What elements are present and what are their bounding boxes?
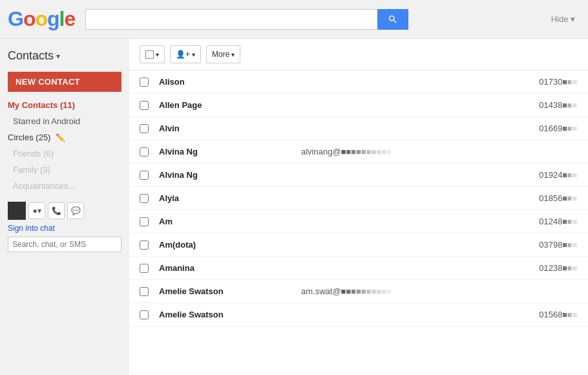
chat-message-button[interactable]: 💬: [67, 202, 84, 219]
add-contact-dropdown-icon: ▾: [192, 51, 195, 58]
chat-icons: ●▾ 📞 💬: [28, 202, 84, 219]
contact-phone: 01238■■■: [539, 263, 578, 273]
chat-search-input[interactable]: [8, 237, 121, 252]
contact-row: Alison01730■■■: [129, 70, 588, 94]
contacts-dropdown-icon: ▾: [56, 52, 60, 61]
sidebar-item-my-contacts[interactable]: My Contacts (11): [0, 97, 129, 113]
checkbox-icon: [145, 50, 154, 59]
contact-checkbox[interactable]: [140, 194, 149, 203]
contact-row: Am01248■■■: [129, 210, 588, 233]
contact-row: Alyia01856■■■: [129, 187, 588, 210]
chat-status-button[interactable]: ●▾: [28, 202, 45, 219]
contact-phone: 01730■■■: [539, 77, 578, 87]
contact-checkbox[interactable]: [140, 78, 149, 87]
sidebar-item-friends[interactable]: Friends (6): [0, 145, 129, 162]
contact-name: Am(dota): [159, 240, 301, 250]
header-user-hint: Hide ▾: [551, 14, 580, 24]
contact-name: Alyia: [159, 193, 301, 203]
contact-phone: 01248■■■: [539, 217, 578, 226]
checkbox-dropdown-icon: ▾: [156, 51, 159, 58]
contact-checkbox[interactable]: [140, 310, 149, 319]
phone-icon: 📞: [52, 206, 61, 215]
circles-edit-icon[interactable]: ✏️: [56, 133, 65, 142]
contact-row: Alvina Ng01924■■■: [129, 164, 588, 187]
contact-checkbox[interactable]: [140, 124, 149, 133]
sidebar-item-family[interactable]: Family (3): [0, 162, 129, 178]
contact-name: Amanina: [159, 263, 301, 273]
chat-avatar: [8, 202, 26, 220]
contact-name: Alvina Ng: [159, 147, 301, 156]
sidebar: Contacts ▾ NEW CONTACT My Contacts (11) …: [0, 39, 129, 375]
add-contact-button[interactable]: 👤+ ▾: [170, 45, 201, 63]
select-all-button[interactable]: ▾: [140, 45, 165, 63]
chat-status-icon: ●▾: [32, 206, 41, 215]
search-button[interactable]: [377, 9, 408, 30]
contact-name: Allen Page: [159, 100, 301, 110]
contact-name: Amelie Swatson: [159, 310, 301, 319]
search-input[interactable]: [85, 9, 377, 30]
contact-phone: 01669■■■: [539, 123, 578, 133]
main-layout: Contacts ▾ NEW CONTACT My Contacts (11) …: [0, 39, 588, 375]
contact-row: Alvina Ngalvinang@■■■■■■■■■■: [129, 140, 588, 164]
contact-row: Alvin01669■■■: [129, 117, 588, 140]
contact-checkbox[interactable]: [140, 264, 149, 273]
message-icon: 💬: [71, 206, 81, 215]
sidebar-item-starred-android[interactable]: Starred in Android: [0, 113, 129, 129]
contact-name: Alvina Ng: [159, 170, 301, 180]
contacts-title[interactable]: Contacts ▾: [0, 45, 129, 67]
chat-section: ●▾ 📞 💬 Sign into chat: [0, 202, 129, 252]
contact-row: Amanina01238■■■: [129, 257, 588, 280]
new-contact-button[interactable]: NEW CONTACT: [8, 72, 121, 92]
contacts-label: Contacts: [8, 49, 54, 63]
contact-name: Amelie Swatson: [159, 286, 301, 296]
contact-checkbox[interactable]: [140, 287, 149, 296]
content-area: ▾ 👤+ ▾ More ▾ Alison01730■■■Allen Page01…: [129, 39, 588, 375]
contacts-list: Alison01730■■■Allen Page01438■■■Alvin016…: [129, 70, 588, 327]
more-button[interactable]: More ▾: [206, 45, 240, 63]
contact-email: am.swat@■■■■■■■■■■: [301, 286, 578, 296]
contact-row: Am(dota)03798■■■: [129, 233, 588, 257]
sign-in-chat-link[interactable]: Sign into chat: [8, 224, 121, 233]
contact-phone: 01856■■■: [539, 193, 578, 203]
contact-phone: 01568■■■: [539, 310, 578, 319]
sidebar-item-circles[interactable]: Circles (25) ✏️: [0, 129, 129, 145]
contact-checkbox[interactable]: [140, 171, 149, 180]
contact-phone: 01924■■■: [539, 170, 578, 180]
google-logo: Google: [8, 7, 75, 31]
header: Google Hide ▾: [0, 0, 588, 39]
contact-row: Amelie Swatson01568■■■: [129, 303, 588, 327]
chat-phone-button[interactable]: 📞: [48, 202, 65, 219]
sidebar-item-acquaintances[interactable]: Acquaintances...: [0, 178, 129, 194]
contact-name: Alvin: [159, 123, 301, 133]
contact-row: Allen Page01438■■■: [129, 94, 588, 117]
contact-checkbox[interactable]: [140, 217, 149, 226]
toolbar: ▾ 👤+ ▾ More ▾: [129, 39, 588, 70]
search-bar: [85, 9, 408, 30]
contact-checkbox[interactable]: [140, 147, 149, 156]
contact-name: Am: [159, 217, 301, 226]
contact-name: Alison: [159, 77, 301, 87]
contact-checkbox[interactable]: [140, 241, 149, 250]
contact-checkbox[interactable]: [140, 101, 149, 110]
contact-email: alvinang@■■■■■■■■■■: [301, 147, 578, 156]
add-person-icon: 👤+: [176, 50, 190, 59]
contact-row: Amelie Swatsonam.swat@■■■■■■■■■■: [129, 280, 588, 303]
more-dropdown-icon: ▾: [231, 51, 235, 58]
contact-phone: 03798■■■: [539, 240, 578, 250]
contact-phone: 01438■■■: [539, 100, 578, 110]
